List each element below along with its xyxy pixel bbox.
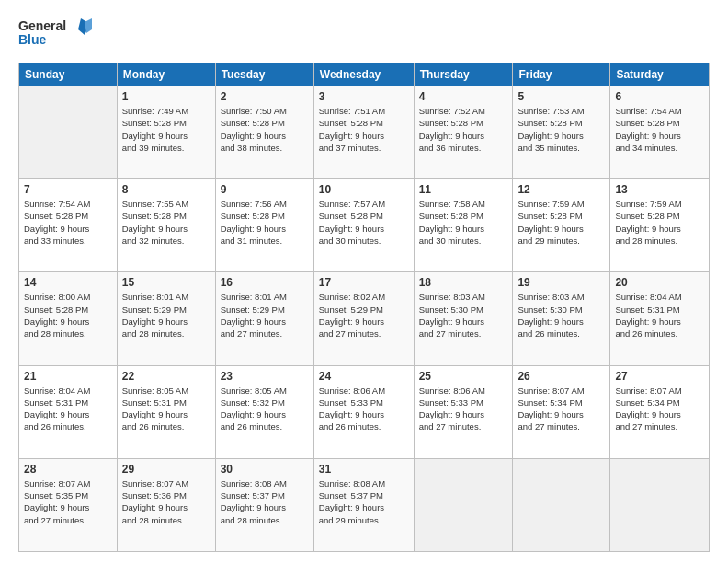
day-number: 26 (518, 370, 605, 383)
svg-text:General: General (18, 18, 66, 33)
calendar-cell: 30Sunrise: 8:08 AM Sunset: 5:37 PM Dayli… (215, 458, 313, 551)
calendar-week-row: 1Sunrise: 7:49 AM Sunset: 5:28 PM Daylig… (19, 86, 710, 179)
calendar-week-row: 7Sunrise: 7:54 AM Sunset: 5:28 PM Daylig… (19, 179, 710, 272)
day-info: Sunrise: 8:02 AM Sunset: 5:29 PM Dayligh… (319, 291, 409, 339)
day-number: 18 (419, 276, 508, 289)
day-number: 14 (24, 276, 112, 289)
calendar-cell: 31Sunrise: 8:08 AM Sunset: 5:37 PM Dayli… (313, 458, 414, 551)
day-number: 25 (419, 370, 508, 383)
weekday-header: Monday (117, 63, 215, 86)
calendar-cell: 5Sunrise: 7:53 AM Sunset: 5:28 PM Daylig… (513, 86, 610, 179)
day-info: Sunrise: 7:51 AM Sunset: 5:28 PM Dayligh… (319, 105, 409, 154)
day-number: 29 (122, 463, 210, 476)
calendar-cell: 18Sunrise: 8:03 AM Sunset: 5:30 PM Dayli… (414, 272, 513, 365)
day-info: Sunrise: 8:08 AM Sunset: 5:37 PM Dayligh… (221, 477, 309, 526)
day-number: 15 (122, 276, 210, 289)
day-number: 12 (518, 183, 605, 196)
day-info: Sunrise: 8:05 AM Sunset: 5:31 PM Dayligh… (122, 385, 210, 433)
weekday-header: Saturday (610, 63, 710, 86)
day-info: Sunrise: 8:07 AM Sunset: 5:34 PM Dayligh… (615, 385, 704, 433)
day-info: Sunrise: 7:52 AM Sunset: 5:28 PM Dayligh… (419, 105, 508, 154)
calendar-cell: 16Sunrise: 8:01 AM Sunset: 5:29 PM Dayli… (215, 272, 313, 365)
calendar-cell: 2Sunrise: 7:50 AM Sunset: 5:28 PM Daylig… (215, 86, 313, 179)
day-info: Sunrise: 7:59 AM Sunset: 5:28 PM Dayligh… (518, 198, 605, 247)
day-number: 23 (221, 370, 309, 383)
calendar-cell (414, 458, 513, 551)
day-number: 17 (319, 276, 409, 289)
calendar-cell: 13Sunrise: 7:59 AM Sunset: 5:28 PM Dayli… (610, 179, 710, 272)
day-info: Sunrise: 8:04 AM Sunset: 5:31 PM Dayligh… (24, 385, 112, 433)
calendar-cell: 23Sunrise: 8:05 AM Sunset: 5:32 PM Dayli… (215, 365, 313, 458)
calendar-cell: 28Sunrise: 8:07 AM Sunset: 5:35 PM Dayli… (19, 458, 118, 551)
weekday-header: Friday (513, 63, 610, 86)
day-number: 10 (319, 183, 409, 196)
calendar-cell (610, 458, 710, 551)
weekday-header: Tuesday (215, 63, 313, 86)
calendar-week-row: 14Sunrise: 8:00 AM Sunset: 5:28 PM Dayli… (19, 272, 710, 365)
header: General Blue (18, 17, 710, 53)
calendar-week-row: 21Sunrise: 8:04 AM Sunset: 5:31 PM Dayli… (19, 365, 710, 458)
day-number: 1 (122, 90, 210, 103)
logo: General Blue (18, 17, 92, 53)
day-info: Sunrise: 8:04 AM Sunset: 5:31 PM Dayligh… (615, 291, 704, 339)
day-info: Sunrise: 7:50 AM Sunset: 5:28 PM Dayligh… (221, 105, 309, 154)
day-number: 22 (122, 370, 210, 383)
day-number: 16 (221, 276, 309, 289)
day-number: 6 (615, 90, 704, 103)
calendar-cell: 4Sunrise: 7:52 AM Sunset: 5:28 PM Daylig… (414, 86, 513, 179)
calendar-page: General Blue SundayMondayTuesdayWednesda… (0, 0, 728, 563)
day-info: Sunrise: 8:00 AM Sunset: 5:28 PM Dayligh… (24, 291, 112, 339)
day-number: 4 (419, 90, 508, 103)
logo-svg: General Blue (18, 17, 92, 53)
weekday-header: Thursday (414, 63, 513, 86)
weekday-header: Sunday (19, 63, 118, 86)
day-number: 3 (319, 90, 409, 103)
calendar-cell: 17Sunrise: 8:02 AM Sunset: 5:29 PM Dayli… (313, 272, 414, 365)
day-info: Sunrise: 8:06 AM Sunset: 5:33 PM Dayligh… (419, 385, 508, 433)
svg-text:Blue: Blue (18, 32, 47, 47)
calendar-cell (19, 86, 118, 179)
day-info: Sunrise: 8:06 AM Sunset: 5:33 PM Dayligh… (319, 385, 409, 433)
day-number: 31 (319, 463, 409, 476)
day-info: Sunrise: 7:53 AM Sunset: 5:28 PM Dayligh… (518, 105, 605, 154)
day-info: Sunrise: 8:01 AM Sunset: 5:29 PM Dayligh… (122, 291, 210, 339)
calendar-cell: 15Sunrise: 8:01 AM Sunset: 5:29 PM Dayli… (117, 272, 215, 365)
calendar-cell: 25Sunrise: 8:06 AM Sunset: 5:33 PM Dayli… (414, 365, 513, 458)
calendar-cell: 26Sunrise: 8:07 AM Sunset: 5:34 PM Dayli… (513, 365, 610, 458)
calendar-cell: 22Sunrise: 8:05 AM Sunset: 5:31 PM Dayli… (117, 365, 215, 458)
calendar-cell (513, 458, 610, 551)
weekday-header: Wednesday (313, 63, 414, 86)
calendar-cell: 7Sunrise: 7:54 AM Sunset: 5:28 PM Daylig… (19, 179, 118, 272)
day-number: 5 (518, 90, 605, 103)
calendar-cell: 8Sunrise: 7:55 AM Sunset: 5:28 PM Daylig… (117, 179, 215, 272)
calendar-cell: 3Sunrise: 7:51 AM Sunset: 5:28 PM Daylig… (313, 86, 414, 179)
day-number: 21 (24, 370, 112, 383)
day-info: Sunrise: 8:07 AM Sunset: 5:35 PM Dayligh… (24, 477, 112, 526)
day-info: Sunrise: 7:54 AM Sunset: 5:28 PM Dayligh… (615, 105, 704, 154)
day-info: Sunrise: 7:57 AM Sunset: 5:28 PM Dayligh… (319, 198, 409, 247)
day-info: Sunrise: 8:03 AM Sunset: 5:30 PM Dayligh… (419, 291, 508, 339)
day-info: Sunrise: 8:01 AM Sunset: 5:29 PM Dayligh… (221, 291, 309, 339)
day-info: Sunrise: 7:49 AM Sunset: 5:28 PM Dayligh… (122, 105, 210, 154)
day-info: Sunrise: 7:55 AM Sunset: 5:28 PM Dayligh… (122, 198, 210, 247)
calendar-cell: 9Sunrise: 7:56 AM Sunset: 5:28 PM Daylig… (215, 179, 313, 272)
day-info: Sunrise: 8:07 AM Sunset: 5:36 PM Dayligh… (122, 477, 210, 526)
calendar-cell: 29Sunrise: 8:07 AM Sunset: 5:36 PM Dayli… (117, 458, 215, 551)
calendar-cell: 19Sunrise: 8:03 AM Sunset: 5:30 PM Dayli… (513, 272, 610, 365)
day-number: 11 (419, 183, 508, 196)
calendar-cell: 12Sunrise: 7:59 AM Sunset: 5:28 PM Dayli… (513, 179, 610, 272)
day-info: Sunrise: 7:54 AM Sunset: 5:28 PM Dayligh… (24, 198, 112, 247)
calendar-cell: 21Sunrise: 8:04 AM Sunset: 5:31 PM Dayli… (19, 365, 118, 458)
calendar-cell: 14Sunrise: 8:00 AM Sunset: 5:28 PM Dayli… (19, 272, 118, 365)
day-info: Sunrise: 7:59 AM Sunset: 5:28 PM Dayligh… (615, 198, 704, 247)
calendar-cell: 11Sunrise: 7:58 AM Sunset: 5:28 PM Dayli… (414, 179, 513, 272)
calendar-cell: 27Sunrise: 8:07 AM Sunset: 5:34 PM Dayli… (610, 365, 710, 458)
calendar-week-row: 28Sunrise: 8:07 AM Sunset: 5:35 PM Dayli… (19, 458, 710, 551)
day-number: 19 (518, 276, 605, 289)
calendar-cell: 1Sunrise: 7:49 AM Sunset: 5:28 PM Daylig… (117, 86, 215, 179)
day-number: 27 (615, 370, 704, 383)
calendar-cell: 24Sunrise: 8:06 AM Sunset: 5:33 PM Dayli… (313, 365, 414, 458)
calendar-cell: 6Sunrise: 7:54 AM Sunset: 5:28 PM Daylig… (610, 86, 710, 179)
day-number: 2 (221, 90, 309, 103)
header-row: SundayMondayTuesdayWednesdayThursdayFrid… (19, 63, 710, 86)
